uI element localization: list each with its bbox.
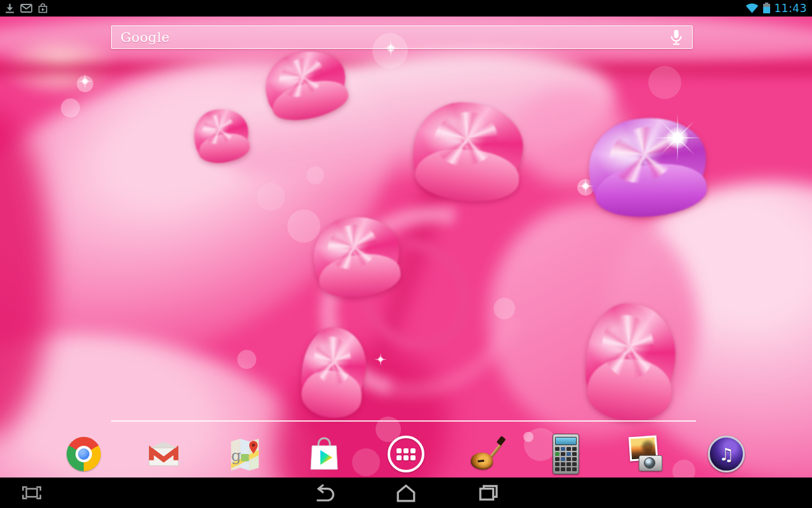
back-icon bbox=[312, 483, 337, 503]
dock-music-maker-icon[interactable] bbox=[468, 436, 504, 472]
screenshot-button[interactable] bbox=[3, 478, 60, 508]
chrome-icon bbox=[67, 437, 101, 471]
dock-app-drawer-button[interactable] bbox=[388, 436, 424, 472]
music-note-icon: ♫ bbox=[708, 436, 745, 472]
home-icon bbox=[394, 483, 418, 503]
status-bar[interactable]: 11:43 bbox=[0, 0, 812, 17]
dock-music-player-icon[interactable]: ♫ bbox=[708, 436, 745, 472]
bokeh-circle bbox=[61, 98, 80, 117]
guitar-icon bbox=[467, 435, 505, 473]
play-store-icon bbox=[38, 3, 48, 13]
bokeh-circle bbox=[237, 350, 256, 369]
bokeh-circle bbox=[648, 66, 681, 99]
bokeh-circle bbox=[523, 432, 534, 442]
back-button[interactable] bbox=[296, 478, 353, 508]
microphone-icon[interactable] bbox=[669, 29, 683, 46]
svg-text:g: g bbox=[231, 446, 241, 465]
all-apps-icon bbox=[388, 436, 424, 472]
recents-button[interactable] bbox=[460, 478, 517, 508]
wallpaper-rosebud bbox=[190, 105, 253, 166]
dock-calculator-icon[interactable] bbox=[547, 436, 584, 472]
sparkle-star bbox=[653, 114, 702, 162]
wallpaper-rosebud bbox=[583, 301, 678, 420]
wallpaper-rosebud bbox=[410, 99, 526, 202]
dock-gmail-icon[interactable] bbox=[145, 436, 182, 472]
clock: 11:43 bbox=[775, 2, 808, 15]
dock-divider bbox=[111, 420, 696, 422]
gmail-envelope-icon bbox=[147, 441, 181, 467]
wifi-icon bbox=[745, 3, 759, 13]
battery-icon bbox=[763, 4, 770, 13]
sparkle-star bbox=[374, 353, 387, 366]
sparkle-star bbox=[77, 74, 93, 89]
play-store-bag-icon bbox=[307, 436, 341, 472]
gmail-icon bbox=[20, 4, 32, 13]
bokeh-circle bbox=[306, 166, 324, 184]
screenshot-icon bbox=[20, 483, 44, 502]
wallpaper-rosebud bbox=[308, 211, 405, 300]
bokeh-circle bbox=[257, 183, 285, 211]
google-logo: Google bbox=[121, 30, 170, 45]
dock-chrome-icon[interactable] bbox=[65, 436, 102, 472]
calculator-icon bbox=[553, 434, 579, 474]
bokeh-circle bbox=[494, 298, 515, 319]
dock-maps-icon[interactable]: g bbox=[226, 436, 263, 472]
gallery-camera-icon bbox=[627, 436, 664, 472]
navigation-bar bbox=[0, 478, 812, 508]
maps-icon: g bbox=[229, 437, 259, 471]
recents-icon bbox=[476, 483, 501, 502]
android-home-screen: 11:43 Google bbox=[0, 0, 812, 508]
dock-gallery-icon[interactable] bbox=[627, 436, 664, 472]
wallpaper-rosebud bbox=[298, 324, 370, 418]
rose-live-wallpaper bbox=[0, 0, 812, 508]
dock-play-store-icon[interactable] bbox=[306, 436, 343, 472]
google-search-bar[interactable]: Google bbox=[111, 25, 693, 49]
bokeh-circle bbox=[352, 448, 380, 476]
download-icon bbox=[5, 3, 15, 13]
sparkle-star bbox=[577, 178, 594, 194]
home-button[interactable] bbox=[377, 478, 435, 508]
